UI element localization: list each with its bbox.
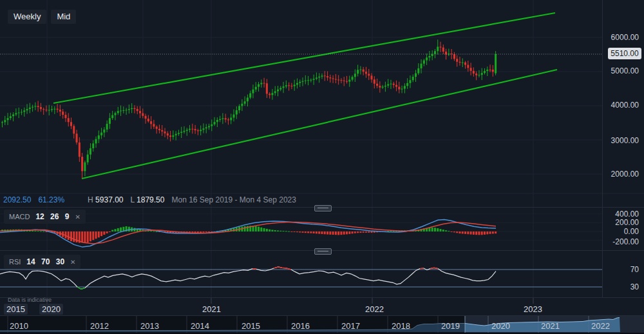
candle-body [258,84,260,87]
candle-body [51,109,53,110]
candle-body [484,71,486,73]
macd-histogram-bar [348,231,350,234]
candle-body [133,108,135,109]
macd-histogram-bar [200,231,202,233]
candle-body [371,75,373,79]
candle-body [327,76,328,77]
macd-histogram-bar [283,231,285,231]
change-value: 2092.50 [3,195,31,204]
macd-histogram-bar [321,231,323,234]
candle-body [263,83,265,84]
navigator-year-label: 2015 [242,321,260,331]
macd-histogram-bar [359,231,361,233]
candle-body [1,122,3,123]
candle-body [15,113,17,114]
macd-histogram-bar [98,231,100,237]
view-mid-button[interactable]: Mid [51,10,76,24]
price-axis-label: 2000.00 [611,170,639,179]
rsi-pane-resize-handle[interactable] [314,248,332,255]
macd-name: MACD [9,213,30,221]
navigator-year-label: 2018 [392,321,410,331]
macd-histogram-bar [486,231,488,234]
macd-pane-resize-handle[interactable] [314,205,332,211]
candle-body [421,64,422,68]
candle-body [241,104,243,106]
chart-canvas[interactable] [0,0,644,334]
candle-body [233,115,235,118]
candle-body [321,75,323,76]
candle-body [205,127,207,128]
macd-histogram-bar [343,231,345,235]
macd-histogram-bar [357,231,359,233]
series-line [420,268,424,269]
candle-body [359,70,361,70]
macd-histogram-bar [32,230,33,231]
candle-body [43,109,44,110]
toolbar: Weekly Mid [8,10,76,24]
candle-body [98,135,100,139]
macd-histogram-bar [109,231,111,232]
candle-body [81,157,83,171]
macd-axis-label: 200.00 [615,218,639,227]
candle-body [384,86,386,87]
candle-body [216,120,218,122]
candle-body [470,68,472,71]
candle-body [269,93,270,95]
navigator-year-label: 2019 [441,321,460,331]
macd-histogram-bar [37,231,39,231]
candle-body [40,107,42,109]
candle-body [305,81,307,81]
macd-histogram-bar [340,231,342,235]
candle-body [423,61,425,64]
candle-body [387,84,389,86]
trend-channel-line[interactable] [53,13,555,103]
candle-body [197,130,199,131]
navigator-year-label: 2021 [541,321,560,331]
candle-body [114,113,116,115]
macd-histogram-bar [34,231,36,231]
price-axis-label: 4000.00 [611,101,639,110]
macd-histogram-bar [456,231,458,233]
candle-body [214,122,216,124]
candle-body [307,80,309,81]
candle-body [202,128,204,130]
candle-body [48,110,50,111]
candle-body [29,108,31,109]
candle-body [150,121,152,124]
navigator-year-label: 2017 [341,321,360,331]
macd-histogram-bar [464,231,466,234]
macd-histogram-bar [495,231,497,233]
candle-body [120,110,122,111]
candle-body [365,72,367,74]
candle-body [32,107,33,108]
candle-body [59,110,61,112]
time-axis-year-label: 2023 [521,304,545,315]
candle-body [283,86,285,88]
candle-body [434,51,436,54]
price-axis-label: 5000.00 [611,66,639,75]
timeframe-weekly-button[interactable]: Weekly [8,10,46,24]
ohlc-status-line: 2092.50 61.23% H 5937.00 L 1879.50 Mon 1… [3,195,296,204]
candle-body [95,139,97,144]
candle-body [126,110,128,110]
macd-histogram-bar [442,230,444,231]
candle-body [145,116,147,119]
macd-histogram-bar [288,231,290,232]
macd-histogram-bar [467,231,469,234]
candle-body [363,70,365,72]
candle-body [45,110,47,110]
macd-histogram-bar [478,231,480,235]
rsi-close-icon[interactable]: ✕ [70,259,75,266]
rsi-axis-label: 30 [630,282,639,291]
macd-histogram-bar [244,226,246,231]
candle-body [288,85,290,86]
candle-body [57,109,59,110]
low-value: 1879.50 [137,195,164,204]
macd-histogram-bar [374,231,375,233]
macd-histogram-bar [307,231,309,233]
macd-histogram-bar [475,231,477,235]
candle-body [462,63,464,63]
candle-body [219,119,221,120]
macd-close-icon[interactable]: ✕ [75,213,80,221]
candle-body [379,86,381,88]
